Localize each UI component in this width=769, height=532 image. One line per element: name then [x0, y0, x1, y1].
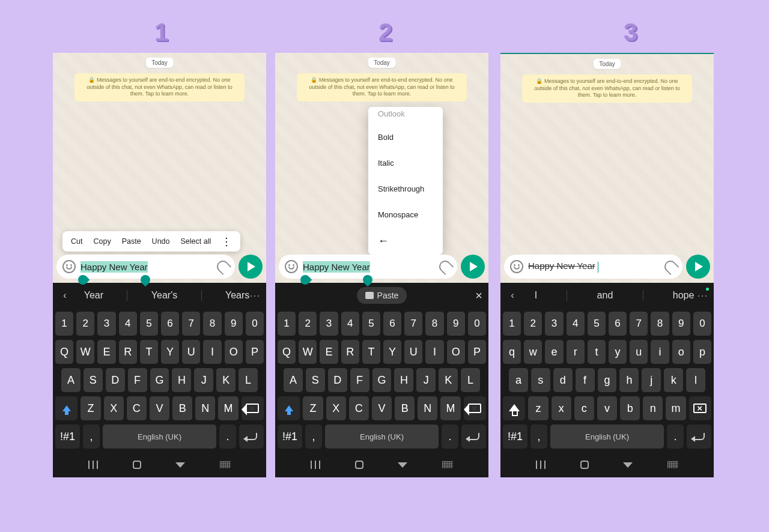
shift-key[interactable]	[503, 396, 525, 420]
key-a[interactable]: a	[509, 368, 528, 392]
fmt-monospace[interactable]: Monospace	[368, 202, 443, 228]
key-g[interactable]: g	[598, 368, 617, 392]
key-Q[interactable]: Q	[278, 340, 296, 364]
key-4[interactable]: 4	[567, 312, 585, 336]
nav-recent-icon[interactable]	[536, 461, 546, 469]
key-4[interactable]: 4	[341, 312, 359, 336]
key-6[interactable]: 6	[609, 312, 627, 336]
nav-down-icon[interactable]	[175, 462, 185, 468]
key-8[interactable]: 8	[651, 312, 669, 336]
key-K[interactable]: K	[439, 368, 458, 392]
key-7[interactable]: 7	[404, 312, 422, 336]
message-input[interactable]: Happy New Year	[279, 255, 457, 279]
key-D[interactable]: D	[106, 368, 125, 392]
message-input[interactable]: Happy New Year	[504, 255, 682, 279]
message-text[interactable]: Happy New Year	[303, 261, 370, 273]
ctx-more-icon[interactable]: ⋯	[224, 237, 229, 247]
key-X[interactable]: X	[326, 396, 346, 420]
ctx-select-all[interactable]: Select all	[181, 237, 211, 246]
send-button[interactable]	[686, 255, 710, 279]
key-e[interactable]: e	[545, 340, 563, 364]
key-v[interactable]: v	[597, 396, 617, 420]
key-p[interactable]: p	[693, 340, 711, 364]
sugg-back-icon[interactable]: ‹	[58, 290, 72, 301]
key-7[interactable]: 7	[630, 312, 648, 336]
key-L[interactable]: L	[461, 368, 480, 392]
nav-down-icon[interactable]	[623, 462, 633, 468]
suggestion-2[interactable]: and	[597, 290, 613, 301]
space-key[interactable]: English (UK)	[325, 425, 439, 449]
key-F[interactable]: F	[128, 368, 147, 392]
key-4[interactable]: 4	[119, 312, 137, 336]
comma-key[interactable]: ,	[305, 425, 322, 449]
key-B[interactable]: B	[172, 396, 192, 420]
symbols-key[interactable]: !#1	[503, 425, 527, 449]
key-W[interactable]: W	[299, 340, 317, 364]
key-2[interactable]: 2	[299, 312, 317, 336]
key-0[interactable]: 0	[246, 312, 264, 336]
key-l[interactable]: l	[686, 368, 705, 392]
suggestion-1[interactable]: Year	[84, 290, 103, 301]
key-6[interactable]: 6	[161, 312, 179, 336]
key-B[interactable]: B	[395, 396, 415, 420]
key-q[interactable]: q	[503, 340, 521, 364]
key-n[interactable]: n	[643, 396, 663, 420]
backspace-key[interactable]	[689, 396, 711, 420]
key-m[interactable]: m	[666, 396, 685, 420]
ctx-paste[interactable]: Paste	[122, 237, 141, 246]
key-r[interactable]: r	[567, 340, 585, 364]
key-9[interactable]: 9	[225, 312, 243, 336]
key-9[interactable]: 9	[447, 312, 465, 336]
period-key[interactable]: .	[219, 425, 236, 449]
key-0[interactable]: 0	[468, 312, 486, 336]
key-Z[interactable]: Z	[303, 396, 323, 420]
message-text[interactable]: Happy New Year	[528, 261, 598, 272]
ctx-cut[interactable]: Cut	[71, 237, 82, 246]
period-key[interactable]: .	[667, 425, 684, 449]
key-b[interactable]: b	[620, 396, 640, 420]
sugg-back-icon[interactable]: ‹	[505, 290, 520, 301]
key-G[interactable]: G	[150, 368, 169, 392]
period-key[interactable]: .	[442, 425, 458, 449]
key-U[interactable]: U	[404, 340, 422, 364]
comma-key[interactable]: ,	[83, 425, 100, 449]
key-9[interactable]: 9	[672, 312, 690, 336]
key-7[interactable]: 7	[182, 312, 200, 336]
key-5[interactable]: 5	[362, 312, 380, 336]
key-8[interactable]: 8	[425, 312, 443, 336]
key-V[interactable]: V	[150, 396, 169, 420]
key-5[interactable]: 5	[588, 312, 606, 336]
key-Z[interactable]: Z	[81, 396, 100, 420]
key-2[interactable]: 2	[524, 312, 542, 336]
shift-key[interactable]	[55, 396, 78, 420]
ctx-undo[interactable]: Undo	[152, 237, 170, 246]
key-0[interactable]: 0	[693, 312, 711, 336]
key-3[interactable]: 3	[320, 312, 338, 336]
message-input[interactable]: Happy New Year	[56, 255, 235, 279]
key-H[interactable]: H	[172, 368, 191, 392]
key-L[interactable]: L	[239, 368, 258, 392]
key-j[interactable]: j	[642, 368, 661, 392]
key-J[interactable]: J	[194, 368, 213, 392]
key-f[interactable]: f	[576, 368, 595, 392]
key-5[interactable]: 5	[140, 312, 158, 336]
key-k[interactable]: k	[664, 368, 683, 392]
key-t[interactable]: t	[588, 340, 606, 364]
key-2[interactable]: 2	[76, 312, 94, 336]
key-6[interactable]: 6	[383, 312, 401, 336]
symbols-key[interactable]: !#1	[278, 425, 302, 449]
enter-key[interactable]	[239, 425, 264, 449]
key-C[interactable]: C	[349, 396, 369, 420]
key-1[interactable]: 1	[55, 312, 73, 336]
key-I[interactable]: I	[425, 340, 443, 364]
key-M[interactable]: M	[218, 396, 238, 420]
shift-key[interactable]	[278, 396, 300, 420]
attach-icon[interactable]	[214, 258, 231, 275]
nav-keyboard-icon[interactable]	[667, 461, 678, 468]
attach-icon[interactable]	[662, 258, 679, 275]
nav-recent-icon[interactable]	[88, 461, 98, 469]
key-J[interactable]: J	[416, 368, 436, 392]
key-N[interactable]: N	[195, 396, 215, 420]
key-P[interactable]: P	[468, 340, 486, 364]
fmt-top-cutoff[interactable]: Outlook	[368, 107, 443, 124]
